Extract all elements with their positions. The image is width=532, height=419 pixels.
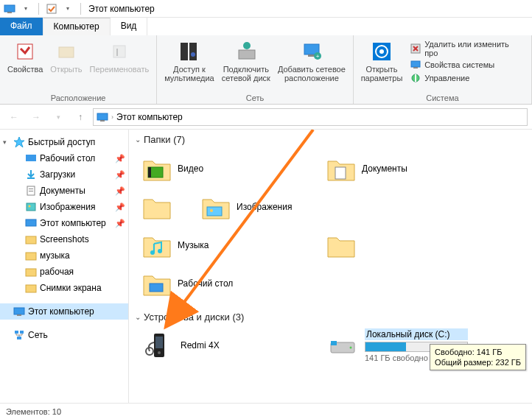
tab-view[interactable]: Вид: [111, 18, 148, 35]
svg-point-47: [210, 209, 213, 212]
section-devices[interactable]: ⌄ Устройства и диски (3): [135, 311, 526, 323]
tree-item[interactable]: рабочая: [0, 264, 128, 280]
status-bar: Элементов: 10: [0, 403, 532, 419]
breadcrumb[interactable]: Этот компьютер: [116, 112, 183, 122]
svg-rect-6: [116, 49, 118, 56]
svg-rect-5: [113, 46, 125, 57]
svg-rect-39: [17, 314, 21, 316]
folder-icon: [25, 282, 37, 294]
tree-this-pc[interactable]: ▸ Этот компьютер: [0, 303, 128, 320]
svg-text:+: +: [316, 53, 320, 60]
uninstall-button[interactable]: Удалить или изменить про: [410, 40, 524, 57]
tree-item[interactable]: Screenshots: [0, 231, 128, 247]
svg-rect-30: [29, 191, 33, 191]
svg-rect-52: [155, 337, 163, 348]
svg-point-32: [29, 205, 31, 208]
nav-tree: ▾ Быстрый доступ Рабочий стол📌 Загрузки📌…: [0, 130, 129, 403]
tree-item[interactable]: Изображения📌: [0, 199, 128, 215]
folder-documents[interactable]: Документы: [326, 151, 481, 186]
forward-button[interactable]: →: [27, 108, 46, 127]
folder-icon: [326, 154, 356, 183]
svg-rect-41: [20, 331, 24, 334]
ribbon-group-network: Доступ к мультимедиа Подключить сетевой …: [157, 35, 354, 104]
pc-icon: [97, 111, 108, 123]
tree-item[interactable]: Загрузки📌: [0, 166, 128, 183]
pc-icon: [13, 306, 25, 317]
chevron-down-icon: ⌄: [135, 313, 141, 321]
pin-icon: 📌: [115, 170, 125, 180]
tree-item[interactable]: Рабочий стол📌: [0, 150, 128, 166]
window-title: Этот компьютер: [88, 4, 155, 14]
manage-button[interactable]: Управление: [410, 72, 524, 84]
folder-icon: [326, 230, 356, 260]
section-folders[interactable]: ⌄ Папки (7): [135, 134, 526, 145]
network-icon: [13, 329, 25, 341]
media-access-button[interactable]: Доступ к мультимедиа: [161, 38, 217, 84]
svg-point-49: [158, 249, 162, 253]
documents-icon: [25, 185, 37, 197]
svg-rect-46: [207, 207, 222, 216]
svg-rect-25: [100, 120, 105, 122]
tree-item[interactable]: музыка: [0, 247, 128, 264]
pin-icon: 📌: [115, 186, 125, 196]
svg-point-18: [379, 49, 384, 54]
svg-rect-0: [4, 5, 15, 12]
device-phone[interactable]: Redmi 4X: [142, 328, 297, 362]
system-props-button[interactable]: Свойства системы: [410, 59, 524, 71]
folder-icon: [201, 192, 231, 222]
svg-rect-42: [17, 337, 21, 339]
up-button[interactable]: ↑: [71, 108, 90, 127]
recent-dropdown[interactable]: ▾: [49, 108, 68, 127]
svg-rect-40: [15, 331, 18, 334]
svg-rect-34: [26, 236, 36, 244]
svg-rect-20: [411, 61, 420, 67]
tree-item[interactable]: Этот компьютер📌: [0, 215, 128, 231]
back-button[interactable]: ←: [4, 108, 24, 127]
dropdown-icon[interactable]: ▾: [19, 2, 32, 15]
svg-rect-10: [239, 50, 255, 59]
map-drive-button[interactable]: Подключить сетевой диск: [219, 38, 273, 84]
folder-music[interactable]: Музыка: [142, 228, 297, 263]
tab-file[interactable]: Файл: [0, 18, 43, 35]
downloads-icon: [25, 169, 37, 180]
address-bar: ← → ▾ ↑ › Этот компьютер: [0, 105, 532, 130]
pc-icon: [25, 217, 37, 229]
folder-partial[interactable]: [142, 189, 172, 225]
svg-rect-38: [14, 308, 24, 314]
tab-computer[interactable]: Компьютер: [43, 18, 111, 35]
address-box[interactable]: › Этот компьютер: [93, 108, 528, 126]
svg-rect-23: [415, 74, 416, 82]
svg-rect-21: [413, 67, 418, 68]
dropdown-icon[interactable]: ▾: [61, 2, 74, 15]
svg-rect-7: [181, 43, 188, 60]
svg-point-48: [150, 250, 155, 255]
checkbox-icon[interactable]: [45, 2, 58, 15]
status-text: Элементов: 10: [6, 407, 61, 416]
pin-icon: 📌: [115, 219, 125, 228]
svg-point-9: [191, 52, 195, 57]
properties-button[interactable]: Свойства: [4, 38, 46, 75]
pin-icon: 📌: [115, 154, 125, 163]
ribbon-group-location: Свойства Открыть Переименовать Расположе…: [0, 35, 157, 104]
svg-point-11: [243, 42, 251, 49]
folder-icon: [25, 266, 37, 278]
folder-icon: [142, 269, 172, 298]
folder-images[interactable]: Изображения: [201, 189, 356, 225]
open-settings-button[interactable]: Открыть параметры: [358, 38, 405, 84]
tree-network[interactable]: ▸ Сеть: [0, 327, 128, 343]
folder-partial[interactable]: [326, 228, 356, 263]
svg-rect-27: [27, 177, 35, 179]
tree-item[interactable]: Снимки экрана: [0, 280, 128, 296]
svg-rect-44: [148, 167, 151, 177]
quick-access-toolbar: ▾ ▾: [3, 2, 84, 15]
chevron-down-icon: ⌄: [135, 135, 141, 144]
svg-rect-45: [335, 167, 346, 179]
folder-desktop[interactable]: Рабочий стол: [142, 266, 297, 301]
add-netloc-button[interactable]: + Добавить сетевое расположение: [275, 38, 349, 84]
folder-videos[interactable]: Видео: [142, 151, 297, 186]
tooltip: Свободно: 141 ГБ Общий размер: 232 ГБ: [430, 344, 526, 370]
tree-item[interactable]: Документы📌: [0, 183, 128, 199]
svg-rect-56: [331, 341, 337, 345]
tree-quick-access[interactable]: ▾ Быстрый доступ: [0, 134, 128, 150]
svg-rect-8: [189, 43, 197, 60]
